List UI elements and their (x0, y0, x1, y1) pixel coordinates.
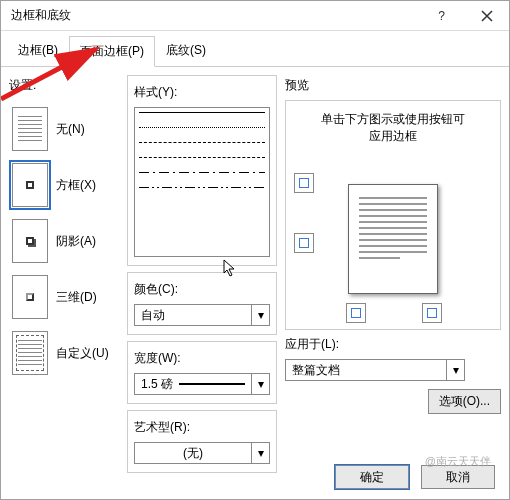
style-label: 样式(Y): (134, 84, 270, 101)
style-list[interactable] (134, 107, 270, 257)
edge-left-button[interactable] (346, 303, 366, 323)
close-button[interactable] (464, 1, 509, 31)
apply-value: 整篇文档 (292, 362, 340, 379)
setting-none-label: 无(N) (56, 121, 85, 138)
tab-strip: 边框(B) 页面边框(P) 底纹(S) (1, 31, 509, 67)
setting-shadow-label: 阴影(A) (56, 233, 96, 250)
setting-box-label: 方框(X) (56, 177, 96, 194)
tab-page-border[interactable]: 页面边框(P) (69, 36, 155, 67)
width-sample-line (179, 383, 245, 385)
color-label: 颜色(C): (134, 281, 270, 298)
edge-bottom-button[interactable] (294, 233, 314, 253)
chevron-down-icon: ▾ (251, 305, 269, 325)
chevron-down-icon: ▾ (446, 360, 464, 380)
width-value: 1.5 磅 (141, 376, 173, 393)
close-icon (481, 10, 493, 22)
art-label: 艺术型(R): (134, 419, 270, 436)
edge-right-button[interactable] (422, 303, 442, 323)
page-preview[interactable] (348, 184, 438, 294)
setting-shadow[interactable]: 阴影(A) (10, 213, 118, 269)
color-combo[interactable]: 自动 ▾ (134, 304, 270, 326)
style-dashed[interactable] (139, 142, 265, 143)
tab-shading[interactable]: 底纹(S) (155, 35, 217, 66)
setting-3d[interactable]: 三维(D) (10, 269, 118, 325)
ok-button[interactable]: 确定 (335, 465, 409, 489)
preview-label: 预览 (285, 77, 501, 94)
setting-custom-label: 自定义(U) (56, 345, 109, 362)
window-title: 边框和底纹 (1, 7, 419, 24)
help-button[interactable]: ? (419, 1, 464, 31)
style-dashdot[interactable] (139, 172, 265, 173)
art-value: (无) (183, 445, 203, 462)
settings-label: 设置: (9, 77, 119, 94)
setting-none[interactable]: 无(N) (10, 101, 118, 157)
style-dotted[interactable] (139, 127, 265, 128)
color-value: 自动 (141, 307, 165, 324)
art-combo[interactable]: (无) ▾ (134, 442, 270, 464)
setting-box[interactable]: 方框(X) (10, 157, 118, 213)
titlebar: 边框和底纹 ? (1, 1, 509, 31)
width-label: 宽度(W): (134, 350, 270, 367)
edge-top-button[interactable] (294, 173, 314, 193)
preview-panel: 单击下方图示或使用按钮可应用边框 (285, 100, 501, 330)
tab-borders[interactable]: 边框(B) (7, 35, 69, 66)
style-solid[interactable] (139, 112, 265, 113)
setting-3d-label: 三维(D) (56, 289, 97, 306)
apply-combo[interactable]: 整篇文档 ▾ (285, 359, 465, 381)
setting-custom[interactable]: 自定义(U) (10, 325, 118, 381)
width-combo[interactable]: 1.5 磅 ▾ (134, 373, 270, 395)
apply-label: 应用于(L): (285, 336, 501, 353)
chevron-down-icon: ▾ (251, 443, 269, 463)
preview-hint: 单击下方图示或使用按钮可应用边框 (292, 111, 494, 145)
options-button[interactable]: 选项(O)... (428, 389, 501, 414)
watermark: @南云天天伴 (425, 454, 491, 469)
style-dashed-2[interactable] (139, 157, 265, 158)
chevron-down-icon: ▾ (251, 374, 269, 394)
style-dashdotdot[interactable] (139, 187, 265, 188)
